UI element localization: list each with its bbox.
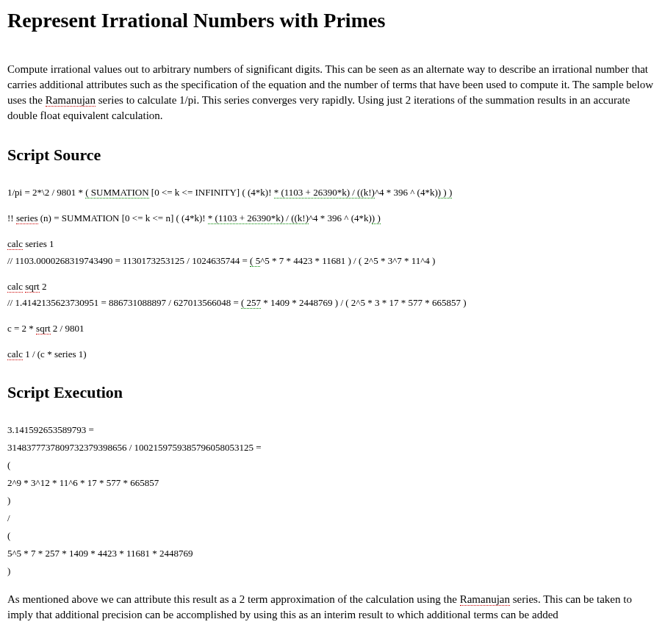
closing-paragraph: As mentioned above we can attribute this… bbox=[7, 592, 658, 623]
source-line-3: calc series 1 bbox=[7, 238, 658, 251]
source-line-2: !! series (n) = SUMMATION [0 <= k <= n] … bbox=[7, 212, 658, 225]
exec-paren-open-2: ( bbox=[7, 530, 658, 542]
exec-paren-close-2: ) bbox=[7, 565, 658, 577]
ramanujan-link-2[interactable]: Ramanujan bbox=[460, 593, 510, 606]
source-line-4: calc sqrt 2 bbox=[7, 281, 658, 293]
exec-slash: / bbox=[7, 512, 658, 524]
source-line-6: calc 1 / (c * series 1) bbox=[7, 348, 658, 361]
source-line-5: c = 2 * sqrt 2 / 9801 bbox=[7, 323, 658, 335]
source-line-3b: // 1103.0000268319743490 = 1130173253125… bbox=[7, 255, 658, 268]
source-line-1: 1/pi = 2*\2 / 9801 * ( SUMMATION [0 <= k… bbox=[7, 187, 658, 199]
closing-text-1: As mentioned above we can attribute this… bbox=[7, 593, 460, 605]
source-line-4b: // 1.4142135623730951 = 886731088897 / 6… bbox=[7, 297, 658, 310]
intro-text-2: series to calculate 1/pi. This series co… bbox=[7, 94, 630, 121]
exec-result-value: 3.141592653589793 = bbox=[7, 424, 658, 436]
ramanujan-link[interactable]: Ramanujan bbox=[46, 94, 96, 107]
page-title: Represent Irrational Numbers with Primes bbox=[7, 9, 658, 32]
execution-output: 3.141592653589793 = 31483777378097323793… bbox=[7, 424, 658, 577]
script-source-heading: Script Source bbox=[7, 146, 658, 165]
exec-numerator: 2^9 * 3^12 * 11^6 * 17 * 577 * 665857 bbox=[7, 477, 658, 489]
exec-paren-open-1: ( bbox=[7, 459, 658, 471]
exec-denominator: 5^5 * 7 * 257 * 1409 * 4423 * 11681 * 24… bbox=[7, 548, 658, 559]
intro-paragraph: Compute irrational values out to arbitra… bbox=[7, 62, 658, 124]
exec-paren-close-1: ) bbox=[7, 495, 658, 507]
script-execution-heading: Script Execution bbox=[7, 383, 658, 402]
exec-fraction: 314837773780973237939865​6 / 10021597593… bbox=[7, 442, 658, 454]
